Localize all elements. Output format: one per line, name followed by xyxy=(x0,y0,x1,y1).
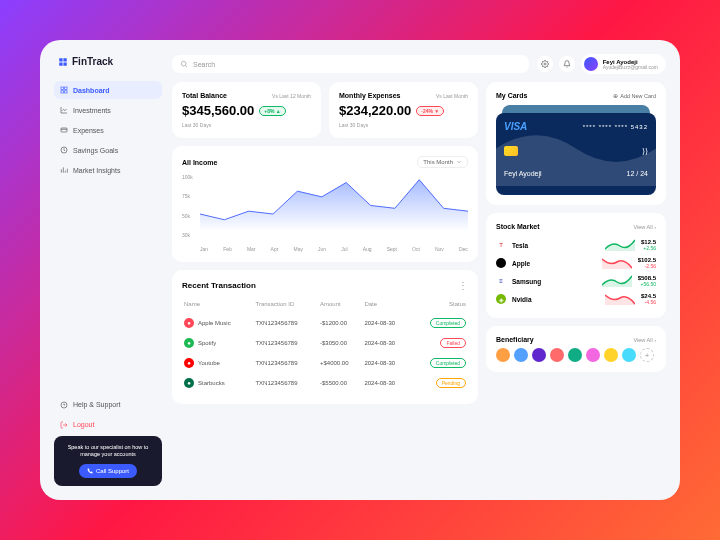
beneficiary-avatar[interactable] xyxy=(496,348,510,362)
beneficiary-view-all[interactable]: View All › xyxy=(633,337,656,343)
beneficiary-avatar[interactable] xyxy=(622,348,636,362)
svg-point-8 xyxy=(544,63,546,65)
beneficiary-avatar[interactable] xyxy=(514,348,528,362)
bell-icon xyxy=(563,60,571,68)
sidebar-item-savings[interactable]: Savings Goals xyxy=(54,141,162,159)
beneficiary-avatar[interactable] xyxy=(532,348,546,362)
total-balance-card: Total BalanceVs Last 12 Month $345,560.0… xyxy=(172,82,321,138)
expenses-badge: -24% ▼ xyxy=(416,106,444,116)
table-row[interactable]: ●YoutubeTXN123456789+$4000.002024-08-30C… xyxy=(184,354,466,372)
stocks-view-all[interactable]: View All › xyxy=(633,224,656,230)
sidebar-item-dashboard[interactable]: Dashboard xyxy=(54,81,162,99)
beneficiary-avatar[interactable] xyxy=(550,348,564,362)
balance-badge: +8% ▲ xyxy=(259,106,285,116)
my-cards-card: My Cards ⊕ Add New Card VISA**** **** **… xyxy=(486,82,666,205)
stock-market-card: Stock MarketView All › TTesla$12.5+2.56A… xyxy=(486,213,666,318)
profile-email: AyodejiBuzz@gmail.com xyxy=(603,65,658,70)
chevron-down-icon xyxy=(456,159,462,165)
brand-name: FinTrack xyxy=(72,56,113,67)
beneficiary-avatar[interactable] xyxy=(568,348,582,362)
stock-row[interactable]: ≡Samsung$508.5+56.50 xyxy=(496,272,656,290)
sidebar-item-insights[interactable]: Market Insights xyxy=(54,161,162,179)
call-support-button[interactable]: Call Support xyxy=(79,464,137,478)
sidebar-item-expenses[interactable]: Expenses xyxy=(54,121,162,139)
add-card-button[interactable]: ⊕ Add New Card xyxy=(613,93,656,99)
svg-rect-3 xyxy=(65,91,67,93)
add-beneficiary-button[interactable]: + xyxy=(640,348,654,362)
monthly-expenses-card: Monthly ExpensesVs Last Month $234,220.0… xyxy=(329,82,478,138)
beneficiary-avatar[interactable] xyxy=(586,348,600,362)
stock-row[interactable]: Apple$102.5-2.56 xyxy=(496,254,656,272)
beneficiary-avatar[interactable] xyxy=(604,348,618,362)
table-row[interactable]: ●SpotifyTXN123456789-$3050.002024-08-30F… xyxy=(184,334,466,352)
credit-card[interactable]: VISA**** **** **** 5432 ⟩⟩ Feyi Ayodeji1… xyxy=(496,105,656,195)
svg-rect-2 xyxy=(61,91,63,93)
sidebar-item-logout[interactable]: Logout xyxy=(54,416,162,434)
chart-filter-dropdown[interactable]: This Month xyxy=(417,156,468,168)
svg-point-7 xyxy=(181,61,186,66)
nav: Dashboard Investments Expenses Savings G… xyxy=(54,81,162,179)
settings-button[interactable] xyxy=(537,56,553,72)
logo: FinTrack xyxy=(54,54,162,69)
svg-rect-4 xyxy=(61,128,67,132)
transactions-table: NameTransaction IDAmountDateStatus ●Appl… xyxy=(182,299,468,394)
svg-rect-1 xyxy=(65,87,67,89)
svg-rect-0 xyxy=(61,87,63,89)
transactions-card: Recent Transaction ⋮ NameTransaction IDA… xyxy=(172,270,478,404)
income-chart-card: All Income This Month 100k75k50k30k JanF… xyxy=(172,146,478,262)
beneficiary-card: BeneficiaryView All › + xyxy=(486,326,666,372)
stock-row[interactable]: TTesla$12.5+2.56 xyxy=(496,236,656,254)
transactions-menu-icon[interactable]: ⋮ xyxy=(458,280,468,291)
sidebar-item-investments[interactable]: Investments xyxy=(54,101,162,119)
notifications-button[interactable] xyxy=(559,56,575,72)
table-row[interactable]: ●StarbucksTXN123456789-$5500.002024-08-3… xyxy=(184,374,466,392)
search-input[interactable]: Search xyxy=(172,55,529,73)
gear-icon xyxy=(541,60,549,68)
sidebar-item-help[interactable]: Help & Support xyxy=(54,396,162,414)
profile-menu[interactable]: Feyi Ayodeji AyodejiBuzz@gmail.com xyxy=(581,54,666,74)
stock-row[interactable]: ◈Nvidia$24.5-4.56 xyxy=(496,290,656,308)
table-row[interactable]: ●Apple MusicTXN123456789-$1200.002024-08… xyxy=(184,314,466,332)
avatar xyxy=(584,57,598,71)
support-box: Speak to our specialist on how to manage… xyxy=(54,436,162,486)
search-icon xyxy=(180,60,188,68)
